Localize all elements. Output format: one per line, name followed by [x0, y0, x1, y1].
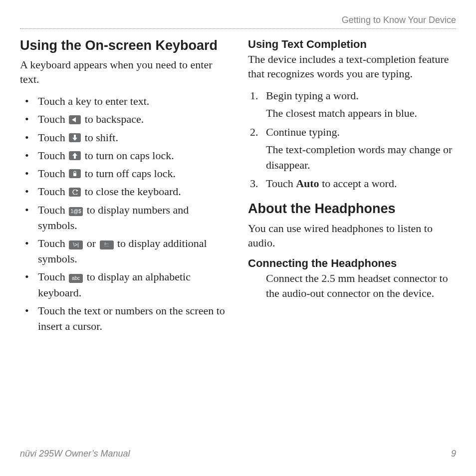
- heading-connecting-headphones: Connecting the Headphones: [248, 257, 456, 270]
- list-item: Touch Auto to accept a word.: [248, 176, 456, 191]
- text: Touch: [38, 204, 68, 216]
- text: Touch: [38, 113, 68, 125]
- list-item: Touch abc to display an alphabetic keybo…: [20, 269, 228, 300]
- text: to turn on caps lock.: [85, 149, 174, 162]
- more-symbols-2-icon: !::: [100, 240, 114, 249]
- caps-lock-on-icon: [69, 151, 81, 160]
- more-symbols-1-icon: \>|: [69, 240, 83, 249]
- step-subtext: The text-completion words may change or …: [266, 142, 456, 173]
- page: Getting to Know Your Device Using the On…: [20, 15, 456, 461]
- shift-down-icon: [69, 133, 81, 142]
- caps-lock-off-icon: [69, 169, 81, 178]
- numbers-symbols-icon: 1@$: [69, 207, 83, 216]
- text: or: [87, 237, 99, 249]
- step-subtext: The closest match appears in blue.: [266, 105, 456, 121]
- list-item: Begin typing a word. The closest match a…: [248, 88, 456, 121]
- step-text: Continue typing.: [266, 126, 340, 138]
- svg-rect-3: [73, 173, 76, 176]
- text: to turn off caps lock.: [85, 167, 176, 180]
- text: Touch: [38, 185, 68, 198]
- left-column: Using the On-screen Keyboard A keyboard …: [20, 38, 228, 341]
- text: to backspace.: [85, 113, 144, 125]
- footer-manual-title: nüvi 295W Owner’s Manual: [20, 449, 130, 459]
- list-item: Continue typing. The text-completion wor…: [248, 124, 456, 173]
- list-item: Touch 1@$ to display numbers and symbols…: [20, 202, 228, 233]
- svg-marker-0: [72, 117, 76, 122]
- list-item: Touch to close the keyboard.: [20, 184, 228, 199]
- heading-onscreen-keyboard: Using the On-screen Keyboard: [20, 38, 228, 53]
- backspace-icon: [69, 115, 81, 124]
- step-text: Touch: [266, 177, 296, 190]
- running-header: Getting to Know Your Device: [20, 15, 456, 28]
- header-rule: [20, 28, 456, 29]
- step-text: to accept a word.: [319, 177, 397, 190]
- text: Touch: [38, 149, 68, 162]
- headphones-intro: You can use wired headphones to listen t…: [248, 221, 456, 250]
- list-item: Touch to backspace.: [20, 111, 228, 127]
- columns: Using the On-screen Keyboard A keyboard …: [20, 38, 456, 341]
- section-headphones: About the Headphones You can use wired h…: [248, 201, 456, 301]
- close-keyboard-icon: [69, 188, 81, 197]
- heading-about-headphones: About the Headphones: [248, 201, 456, 217]
- list-item: Touch the text or numbers on the screen …: [20, 303, 228, 334]
- svg-marker-2: [72, 153, 77, 159]
- text-completion-intro: The device includes a text-completion fe…: [248, 52, 456, 81]
- svg-marker-4: [76, 190, 78, 192]
- text-completion-steps: Begin typing a word. The closest match a…: [248, 88, 456, 191]
- footer-page-number: 9: [451, 449, 456, 459]
- connecting-text: Connect the 2.5 mm headset connector to …: [248, 271, 456, 302]
- text: to close the keyboard.: [85, 185, 181, 198]
- page-footer: nüvi 295W Owner’s Manual 9: [20, 449, 456, 459]
- text: Touch: [38, 167, 68, 180]
- text: Touch: [38, 237, 68, 249]
- list-item: Touch to turn off caps lock.: [20, 166, 228, 181]
- step-text: Begin typing a word.: [266, 89, 359, 102]
- abc-keyboard-icon: abc: [69, 274, 83, 283]
- heading-text-completion: Using Text Completion: [248, 38, 456, 51]
- list-item: Touch a key to enter text.: [20, 93, 228, 109]
- auto-label: Auto: [296, 177, 319, 190]
- list-item: Touch \>| or !:: to display additional s…: [20, 236, 228, 266]
- keyboard-bullet-list: Touch a key to enter text. Touch to back…: [20, 93, 228, 334]
- list-item: Touch to shift.: [20, 130, 228, 145]
- text: Touch: [38, 270, 68, 283]
- svg-marker-1: [72, 135, 77, 141]
- text: to shift.: [85, 131, 118, 144]
- text: Touch: [38, 131, 68, 144]
- intro-text: A keyboard appears when you need to ente…: [20, 57, 228, 86]
- list-item: Touch to turn on caps lock.: [20, 148, 228, 163]
- right-column: Using Text Completion The device include…: [248, 38, 456, 341]
